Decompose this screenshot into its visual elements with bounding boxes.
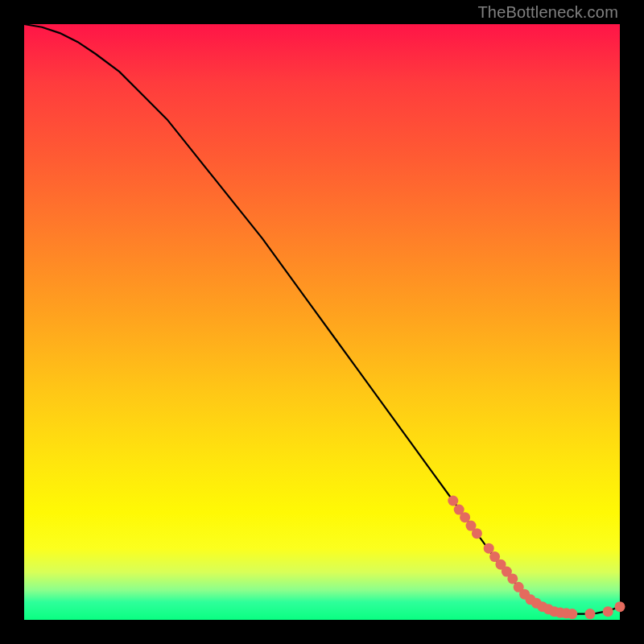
bottleneck-curve xyxy=(24,24,620,614)
plot-area xyxy=(24,24,620,620)
watermark-text: TheBottleneck.com xyxy=(477,3,618,22)
chart-frame: TheBottleneck.com xyxy=(0,0,644,644)
data-marker xyxy=(448,496,458,506)
data-marker xyxy=(585,609,596,619)
data-marker xyxy=(615,601,625,612)
marker-group xyxy=(448,496,625,620)
data-marker xyxy=(603,606,613,617)
data-marker xyxy=(567,609,577,619)
data-marker xyxy=(472,528,482,539)
curve-layer xyxy=(24,24,620,620)
